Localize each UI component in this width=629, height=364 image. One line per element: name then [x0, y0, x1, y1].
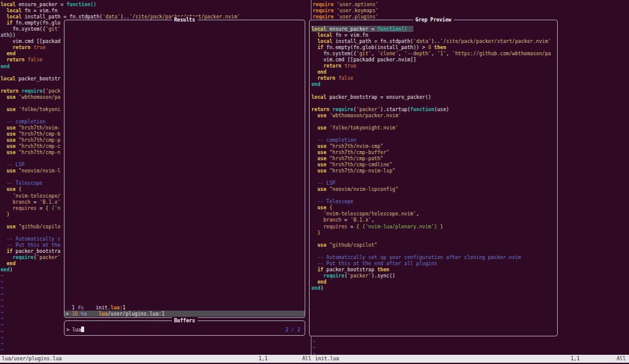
code-line: ~ [1, 291, 63, 297]
code-line: use "hrsh7th/cmp-p [1, 137, 63, 143]
code-line: use 'folke/tokyoni [1, 106, 63, 112]
code-line: use { [1, 186, 63, 192]
result-row[interactable]: 1 #a init.lua:1 [64, 304, 305, 311]
prompt-caret: > [66, 327, 72, 333]
code-line [1, 217, 63, 223]
code-line: return true [311, 63, 557, 69]
code-line [1, 82, 63, 88]
code-line: ~ [1, 316, 63, 322]
window-separator [311, 0, 311, 20]
code-line [1, 69, 63, 76]
code-line: use "hrsh7th/nvim-cmp" [311, 143, 557, 149]
code-line [311, 248, 557, 254]
code-line: return true [1, 44, 63, 50]
code-line: } [1, 211, 63, 217]
code-line: use "hrsh7th/cmp-nvim-lsp" [311, 168, 557, 174]
code-line: return false [311, 75, 557, 81]
code-line: vim.cmd [[packadd packer.nvim]] [311, 56, 557, 63]
code-line: fn.system({'git' [1, 26, 63, 32]
code-line: 'nvim-telescope/telescope.nvim', [311, 211, 557, 217]
code-line [1, 174, 63, 180]
code-line: local packer_bootstrap = ensure_packer() [311, 94, 557, 100]
code-line: end) [1, 266, 63, 273]
code-line: end [1, 50, 63, 56]
code-line: ~ [1, 309, 63, 316]
code-line: ~ [1, 347, 63, 353]
code-line: -- LSP [311, 180, 557, 186]
code-line: } [311, 230, 557, 236]
prompt-input[interactable]: > lua [66, 327, 84, 333]
code-line: ~ [1, 328, 63, 335]
code-line: -- completion [311, 137, 557, 143]
code-line: return false [1, 56, 63, 63]
code-line [1, 100, 63, 106]
code-line: -- Automatically set up your configurati… [311, 254, 557, 260]
code-line: use "hrsh7th/cmp-n [1, 149, 63, 155]
code-line: local install_path = fn.stdpath('data').… [1, 14, 308, 20]
code-line [1, 155, 63, 161]
code-line: use 'wbthomason/pa [1, 94, 63, 100]
code-line [311, 236, 557, 242]
code-line: if packer_bootstra [1, 248, 63, 254]
code-line: use "github/copilot" [311, 242, 557, 248]
prompt-query-text: lua [72, 327, 82, 333]
statusline: lua/user/plugins.lua 1,1 All init.lua 1,… [0, 355, 629, 363]
code-line: local install_path = fn.stdpath('data').… [311, 38, 557, 44]
code-line: branch = '0.1.x' [1, 199, 63, 205]
telescope-results-window: Results 1 #a init.lua:1> 10 %a lua/user/… [64, 20, 305, 318]
code-line: ~ [1, 285, 63, 291]
result-row[interactable]: > 10 %a lua/user/plugins.lua:1 [64, 311, 305, 317]
code-line: use "hrsh7th/cmp-buffer" [311, 149, 557, 155]
code-line: -- LSP [1, 161, 63, 168]
code-line: return require('pack [1, 88, 63, 94]
code-line: end [1, 260, 63, 266]
code-line: ~ [1, 297, 63, 303]
code-line: vim.cmd [[packad [1, 38, 63, 44]
code-line [1, 112, 63, 118]
code-line: ~ [313, 344, 337, 350]
code-line: ~ [1, 279, 63, 285]
code-line: end [311, 279, 557, 285]
code-line: local fn = vim.fn [311, 32, 557, 38]
code-line: use { [311, 204, 557, 211]
code-line: require 'user.options' [313, 1, 558, 7]
editor-buffer-plugins-lua-clipped: if fn.empty(fn.glo fn.system({'git'ath})… [1, 20, 63, 354]
code-line [1, 230, 63, 236]
code-line: requires = { {'nvim-lua/plenary.nvim'} } [311, 223, 557, 230]
code-line: use 'wbthomason/packer.nvim' [311, 112, 557, 118]
editor-buffer-plugins-lua: local ensure_packer = function() local f… [1, 1, 308, 20]
code-line [311, 100, 557, 106]
code-line: if fn.empty(fn.glo [1, 20, 63, 26]
end-of-buffer-tildes: ~~~ [313, 338, 337, 357]
results-window-title: Results [171, 17, 197, 23]
results-counter: 2 / 2 [286, 327, 300, 333]
code-line [311, 192, 557, 198]
code-line: use "github/copilo [1, 223, 63, 230]
code-line: ~ [1, 303, 63, 309]
code-line: ath}) [1, 32, 63, 38]
code-line: 'nvim-telescope/ [1, 193, 63, 199]
preview-window-title: Grep Preview [413, 17, 453, 23]
code-line: -- Put this at the [1, 242, 63, 248]
code-line: local fn = vim.fn [1, 7, 308, 14]
code-line: use 'folke/tokyonight.nvim' [311, 125, 557, 131]
code-line: end [311, 81, 557, 87]
code-line: if packer_bootstrap then [311, 266, 557, 273]
code-line: use "neovim/nvim-lspconfig" [311, 186, 557, 192]
results-list: 1 #a init.lua:1> 10 %a lua/user/plugins.… [64, 304, 305, 317]
code-line: ~ [1, 341, 63, 347]
terminal-screen: local ensure_packer = function() local f… [0, 0, 629, 364]
window-separator [311, 336, 311, 355]
code-line: require 'user.keymaps' [313, 7, 558, 14]
code-line [311, 118, 557, 125]
statusline-filename-right: init.lua [315, 355, 339, 363]
code-line: require('packer' [1, 254, 63, 260]
code-line: -- Put this at the end after all plugins [311, 260, 557, 266]
code-line: end [311, 69, 557, 75]
code-line: use "hrsh7th/cmp-path" [311, 155, 557, 161]
code-line: -- Telescope [1, 180, 63, 186]
code-line: end) [311, 285, 557, 291]
code-line: local packer_bootstr [1, 76, 63, 82]
code-line: require('packer').sync() [311, 273, 557, 279]
text-cursor [81, 327, 84, 332]
